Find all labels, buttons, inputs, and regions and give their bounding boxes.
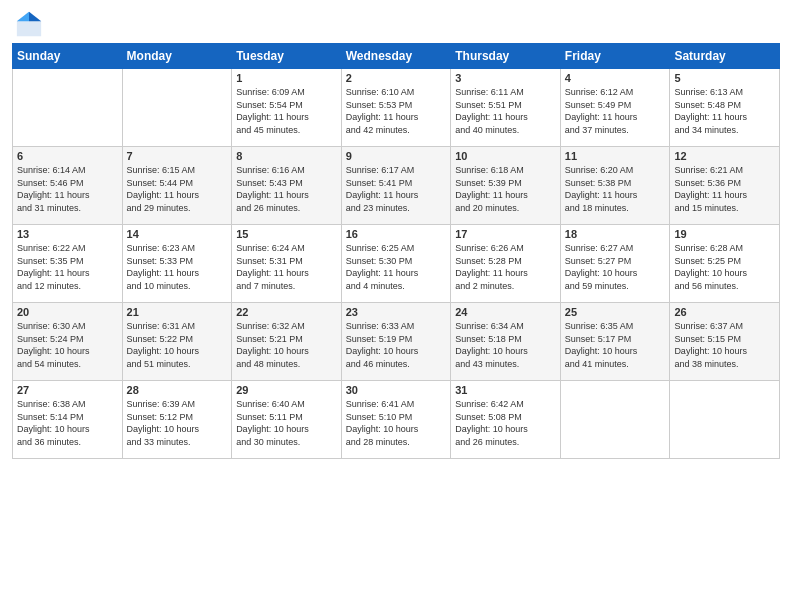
day-number: 6 — [17, 150, 118, 162]
day-number: 5 — [674, 72, 775, 84]
calendar-cell: 7Sunrise: 6:15 AM Sunset: 5:44 PM Daylig… — [122, 147, 232, 225]
day-info: Sunrise: 6:24 AM Sunset: 5:31 PM Dayligh… — [236, 242, 337, 292]
day-number: 31 — [455, 384, 556, 396]
day-number: 13 — [17, 228, 118, 240]
calendar-cell: 8Sunrise: 6:16 AM Sunset: 5:43 PM Daylig… — [232, 147, 342, 225]
day-info: Sunrise: 6:09 AM Sunset: 5:54 PM Dayligh… — [236, 86, 337, 136]
day-info: Sunrise: 6:26 AM Sunset: 5:28 PM Dayligh… — [455, 242, 556, 292]
calendar-cell — [670, 381, 780, 459]
day-number: 12 — [674, 150, 775, 162]
day-info: Sunrise: 6:10 AM Sunset: 5:53 PM Dayligh… — [346, 86, 447, 136]
weekday-header: Friday — [560, 44, 670, 69]
day-info: Sunrise: 6:11 AM Sunset: 5:51 PM Dayligh… — [455, 86, 556, 136]
day-info: Sunrise: 6:28 AM Sunset: 5:25 PM Dayligh… — [674, 242, 775, 292]
calendar-cell: 6Sunrise: 6:14 AM Sunset: 5:46 PM Daylig… — [13, 147, 123, 225]
day-info: Sunrise: 6:17 AM Sunset: 5:41 PM Dayligh… — [346, 164, 447, 214]
logo-icon — [15, 10, 43, 38]
calendar-cell: 29Sunrise: 6:40 AM Sunset: 5:11 PM Dayli… — [232, 381, 342, 459]
weekday-header: Thursday — [451, 44, 561, 69]
calendar-cell: 14Sunrise: 6:23 AM Sunset: 5:33 PM Dayli… — [122, 225, 232, 303]
day-number: 21 — [127, 306, 228, 318]
day-number: 22 — [236, 306, 337, 318]
day-info: Sunrise: 6:42 AM Sunset: 5:08 PM Dayligh… — [455, 398, 556, 448]
calendar-cell: 16Sunrise: 6:25 AM Sunset: 5:30 PM Dayli… — [341, 225, 451, 303]
day-number: 29 — [236, 384, 337, 396]
weekday-header: Sunday — [13, 44, 123, 69]
logo — [15, 10, 47, 38]
day-info: Sunrise: 6:38 AM Sunset: 5:14 PM Dayligh… — [17, 398, 118, 448]
day-number: 2 — [346, 72, 447, 84]
calendar-cell — [122, 69, 232, 147]
day-info: Sunrise: 6:23 AM Sunset: 5:33 PM Dayligh… — [127, 242, 228, 292]
calendar-cell: 20Sunrise: 6:30 AM Sunset: 5:24 PM Dayli… — [13, 303, 123, 381]
day-info: Sunrise: 6:25 AM Sunset: 5:30 PM Dayligh… — [346, 242, 447, 292]
weekday-header: Wednesday — [341, 44, 451, 69]
day-info: Sunrise: 6:32 AM Sunset: 5:21 PM Dayligh… — [236, 320, 337, 370]
calendar-cell: 27Sunrise: 6:38 AM Sunset: 5:14 PM Dayli… — [13, 381, 123, 459]
calendar-header-row: SundayMondayTuesdayWednesdayThursdayFrid… — [13, 44, 780, 69]
weekday-header: Tuesday — [232, 44, 342, 69]
calendar-cell: 4Sunrise: 6:12 AM Sunset: 5:49 PM Daylig… — [560, 69, 670, 147]
calendar-week-row: 1Sunrise: 6:09 AM Sunset: 5:54 PM Daylig… — [13, 69, 780, 147]
day-number: 8 — [236, 150, 337, 162]
day-number: 23 — [346, 306, 447, 318]
calendar-week-row: 20Sunrise: 6:30 AM Sunset: 5:24 PM Dayli… — [13, 303, 780, 381]
calendar-cell: 12Sunrise: 6:21 AM Sunset: 5:36 PM Dayli… — [670, 147, 780, 225]
day-info: Sunrise: 6:22 AM Sunset: 5:35 PM Dayligh… — [17, 242, 118, 292]
day-number: 27 — [17, 384, 118, 396]
calendar-cell: 19Sunrise: 6:28 AM Sunset: 5:25 PM Dayli… — [670, 225, 780, 303]
day-number: 19 — [674, 228, 775, 240]
day-info: Sunrise: 6:31 AM Sunset: 5:22 PM Dayligh… — [127, 320, 228, 370]
day-number: 10 — [455, 150, 556, 162]
day-info: Sunrise: 6:34 AM Sunset: 5:18 PM Dayligh… — [455, 320, 556, 370]
calendar-table: SundayMondayTuesdayWednesdayThursdayFrid… — [12, 43, 780, 459]
day-number: 16 — [346, 228, 447, 240]
calendar-cell: 10Sunrise: 6:18 AM Sunset: 5:39 PM Dayli… — [451, 147, 561, 225]
header — [0, 0, 792, 43]
day-info: Sunrise: 6:27 AM Sunset: 5:27 PM Dayligh… — [565, 242, 666, 292]
day-number: 4 — [565, 72, 666, 84]
calendar-cell: 1Sunrise: 6:09 AM Sunset: 5:54 PM Daylig… — [232, 69, 342, 147]
day-number: 28 — [127, 384, 228, 396]
calendar-cell: 26Sunrise: 6:37 AM Sunset: 5:15 PM Dayli… — [670, 303, 780, 381]
day-info: Sunrise: 6:15 AM Sunset: 5:44 PM Dayligh… — [127, 164, 228, 214]
calendar-cell: 30Sunrise: 6:41 AM Sunset: 5:10 PM Dayli… — [341, 381, 451, 459]
day-info: Sunrise: 6:20 AM Sunset: 5:38 PM Dayligh… — [565, 164, 666, 214]
day-number: 30 — [346, 384, 447, 396]
day-info: Sunrise: 6:40 AM Sunset: 5:11 PM Dayligh… — [236, 398, 337, 448]
calendar-cell: 9Sunrise: 6:17 AM Sunset: 5:41 PM Daylig… — [341, 147, 451, 225]
day-number: 20 — [17, 306, 118, 318]
day-number: 25 — [565, 306, 666, 318]
day-number: 24 — [455, 306, 556, 318]
day-info: Sunrise: 6:18 AM Sunset: 5:39 PM Dayligh… — [455, 164, 556, 214]
weekday-header: Saturday — [670, 44, 780, 69]
calendar-cell: 22Sunrise: 6:32 AM Sunset: 5:21 PM Dayli… — [232, 303, 342, 381]
calendar-cell: 17Sunrise: 6:26 AM Sunset: 5:28 PM Dayli… — [451, 225, 561, 303]
calendar-cell — [560, 381, 670, 459]
calendar-week-row: 13Sunrise: 6:22 AM Sunset: 5:35 PM Dayli… — [13, 225, 780, 303]
calendar-cell: 2Sunrise: 6:10 AM Sunset: 5:53 PM Daylig… — [341, 69, 451, 147]
calendar-cell: 15Sunrise: 6:24 AM Sunset: 5:31 PM Dayli… — [232, 225, 342, 303]
day-number: 26 — [674, 306, 775, 318]
calendar-cell — [13, 69, 123, 147]
day-number: 11 — [565, 150, 666, 162]
calendar-cell: 3Sunrise: 6:11 AM Sunset: 5:51 PM Daylig… — [451, 69, 561, 147]
day-number: 15 — [236, 228, 337, 240]
day-info: Sunrise: 6:12 AM Sunset: 5:49 PM Dayligh… — [565, 86, 666, 136]
calendar-week-row: 27Sunrise: 6:38 AM Sunset: 5:14 PM Dayli… — [13, 381, 780, 459]
day-number: 7 — [127, 150, 228, 162]
day-info: Sunrise: 6:13 AM Sunset: 5:48 PM Dayligh… — [674, 86, 775, 136]
day-info: Sunrise: 6:35 AM Sunset: 5:17 PM Dayligh… — [565, 320, 666, 370]
calendar-cell: 18Sunrise: 6:27 AM Sunset: 5:27 PM Dayli… — [560, 225, 670, 303]
weekday-header: Monday — [122, 44, 232, 69]
calendar-cell: 11Sunrise: 6:20 AM Sunset: 5:38 PM Dayli… — [560, 147, 670, 225]
calendar-cell: 25Sunrise: 6:35 AM Sunset: 5:17 PM Dayli… — [560, 303, 670, 381]
day-info: Sunrise: 6:21 AM Sunset: 5:36 PM Dayligh… — [674, 164, 775, 214]
page: SundayMondayTuesdayWednesdayThursdayFrid… — [0, 0, 792, 612]
day-number: 18 — [565, 228, 666, 240]
day-info: Sunrise: 6:39 AM Sunset: 5:12 PM Dayligh… — [127, 398, 228, 448]
calendar-cell: 31Sunrise: 6:42 AM Sunset: 5:08 PM Dayli… — [451, 381, 561, 459]
calendar-cell: 5Sunrise: 6:13 AM Sunset: 5:48 PM Daylig… — [670, 69, 780, 147]
day-info: Sunrise: 6:41 AM Sunset: 5:10 PM Dayligh… — [346, 398, 447, 448]
calendar-cell: 21Sunrise: 6:31 AM Sunset: 5:22 PM Dayli… — [122, 303, 232, 381]
